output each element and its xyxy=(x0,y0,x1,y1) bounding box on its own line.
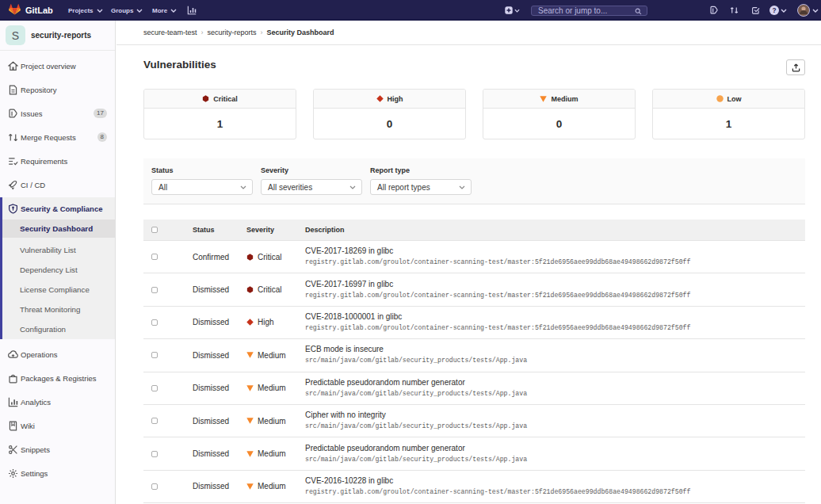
svg-text:?: ? xyxy=(772,7,776,14)
